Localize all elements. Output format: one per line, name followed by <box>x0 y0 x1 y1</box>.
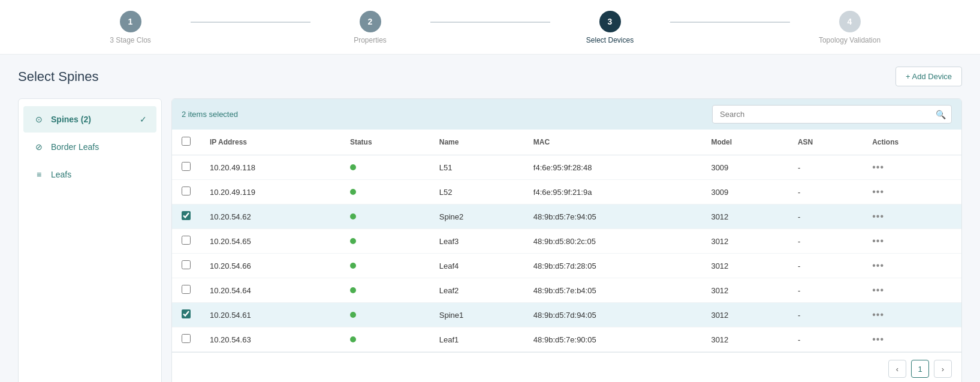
wizard-steps: 1 3 Stage Clos 2 Properties 3 Select Dev… <box>71 11 910 54</box>
row-actions: ••• <box>863 229 961 254</box>
row-actions-button[interactable]: ••• <box>872 285 884 296</box>
col-model: Model <box>701 130 788 155</box>
col-mac: MAC <box>524 130 702 155</box>
row-status <box>340 204 430 229</box>
search-container: 🔍 <box>712 105 952 124</box>
row-model: 3012 <box>701 254 788 278</box>
select-all-checkbox[interactable] <box>182 137 191 146</box>
row-checkbox-cell <box>172 254 200 278</box>
row-mac: 48:9b:d5:7e:b4:05 <box>524 278 702 303</box>
row-checkbox-1[interactable] <box>182 187 191 195</box>
row-ip: 10.20.54.61 <box>200 303 340 327</box>
row-ip: 10.20.49.119 <box>200 180 340 204</box>
sidebar-spines-label: Spines (2) <box>51 115 91 124</box>
row-name: L52 <box>430 180 524 204</box>
row-actions-button[interactable]: ••• <box>872 309 884 320</box>
col-status: Status <box>340 130 430 155</box>
row-actions-button[interactable]: ••• <box>872 334 884 345</box>
body-layout: ⊙ Spines (2) ✓ ⊘ Border Leafs ≡ Leafs 2 … <box>18 98 962 382</box>
page-1-button[interactable]: 1 <box>911 360 929 378</box>
search-input[interactable] <box>712 105 952 124</box>
status-dot <box>350 312 356 318</box>
step-3-circle: 3 <box>599 11 621 32</box>
main-panel: 2 items selected 🔍 IP Address <box>171 98 962 382</box>
row-checkbox-6[interactable] <box>182 309 191 318</box>
selection-count: 2 items selected <box>182 110 238 119</box>
row-status <box>340 254 430 278</box>
status-dot <box>350 263 356 269</box>
row-name: Leaf2 <box>430 278 524 303</box>
row-name: L51 <box>430 155 524 180</box>
row-actions: ••• <box>863 180 961 204</box>
spines-check-icon: ✓ <box>140 115 147 124</box>
row-model: 3009 <box>701 180 788 204</box>
devices-table: IP Address Status Name MAC Model ASN Act… <box>172 130 961 352</box>
step-3-label: Select Devices <box>586 36 634 44</box>
step-3: 3 Select Devices <box>550 11 670 44</box>
connector-3-4 <box>670 22 790 23</box>
step-2-circle: 2 <box>360 11 381 32</box>
wizard-header: 1 3 Stage Clos 2 Properties 3 Select Dev… <box>0 0 980 55</box>
row-actions-button[interactable]: ••• <box>872 162 884 173</box>
row-name: Leaf1 <box>430 327 524 352</box>
col-name: Name <box>430 130 524 155</box>
row-actions-button[interactable]: ••• <box>872 260 884 271</box>
table-row: 10.20.54.63 Leaf1 48:9b:d5:7e:90:05 3012… <box>172 327 961 352</box>
col-asn: ASN <box>788 130 863 155</box>
row-checkbox-2[interactable] <box>182 211 191 220</box>
sidebar-border-leafs-label: Border Leafs <box>51 142 99 152</box>
row-model: 3012 <box>701 278 788 303</box>
row-name: Leaf3 <box>430 229 524 254</box>
status-dot <box>350 336 356 342</box>
next-page-button[interactable]: › <box>934 360 952 378</box>
col-ip: IP Address <box>200 130 340 155</box>
add-device-button[interactable]: + Add Device <box>895 67 962 86</box>
row-actions: ••• <box>863 327 961 352</box>
row-asn: - <box>788 229 863 254</box>
row-actions: ••• <box>863 303 961 327</box>
col-actions: Actions <box>863 130 961 155</box>
table-row: 10.20.54.62 Spine2 48:9b:d5:7e:94:05 301… <box>172 204 961 229</box>
connector-1-2 <box>191 22 310 23</box>
row-checkbox-3[interactable] <box>182 236 191 245</box>
row-checkbox-5[interactable] <box>182 285 191 294</box>
table-row: 10.20.54.66 Leaf4 48:9b:d5:7d:28:05 3012… <box>172 254 961 278</box>
row-checkbox-4[interactable] <box>182 260 191 269</box>
row-actions-button[interactable]: ••• <box>872 236 884 246</box>
row-mac: 48:9b:d5:80:2c:05 <box>524 229 702 254</box>
row-checkbox-0[interactable] <box>182 162 191 171</box>
status-dot <box>350 287 356 293</box>
sidebar-item-border-leafs[interactable]: ⊘ Border Leafs <box>23 134 156 160</box>
row-model: 3012 <box>701 327 788 352</box>
page-header: Select Spines + Add Device <box>18 67 962 86</box>
table-row: 10.20.54.61 Spine1 48:9b:d5:7d:94:05 301… <box>172 303 961 327</box>
row-mac: 48:9b:d5:7d:28:05 <box>524 254 702 278</box>
table-body: 10.20.49.118 L51 f4:6e:95:9f:28:48 3009 … <box>172 155 961 352</box>
row-status <box>340 229 430 254</box>
row-asn: - <box>788 204 863 229</box>
row-model: 3009 <box>701 155 788 180</box>
prev-page-button[interactable]: ‹ <box>888 360 906 378</box>
step-1-label: 3 Stage Clos <box>110 36 151 44</box>
row-actions: ••• <box>863 155 961 180</box>
row-checkbox-7[interactable] <box>182 334 191 343</box>
row-actions-button[interactable]: ••• <box>872 187 884 197</box>
select-all-header <box>172 130 200 155</box>
row-ip: 10.20.54.66 <box>200 254 340 278</box>
step-2-label: Properties <box>354 36 387 44</box>
step-1: 1 3 Stage Clos <box>71 11 191 44</box>
sidebar-item-leafs[interactable]: ≡ Leafs <box>23 161 156 188</box>
row-ip: 10.20.54.62 <box>200 204 340 229</box>
row-ip: 10.20.54.63 <box>200 327 340 352</box>
row-status <box>340 327 430 352</box>
row-checkbox-cell <box>172 278 200 303</box>
sidebar-leafs-label: Leafs <box>51 170 71 179</box>
sidebar-item-spines[interactable]: ⊙ Spines (2) ✓ <box>23 106 156 133</box>
row-actions-button[interactable]: ••• <box>872 211 884 222</box>
row-asn: - <box>788 327 863 352</box>
row-model: 3012 <box>701 303 788 327</box>
step-4-label: Topology Validation <box>819 36 881 44</box>
row-checkbox-cell <box>172 229 200 254</box>
row-asn: - <box>788 303 863 327</box>
status-dot <box>350 213 356 219</box>
